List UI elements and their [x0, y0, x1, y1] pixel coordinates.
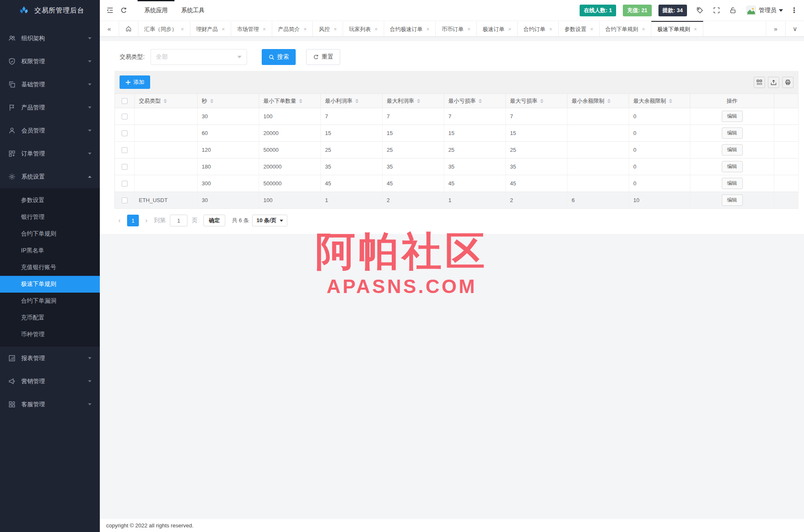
next-page-icon[interactable]: › [141, 217, 151, 224]
tab-close-icon[interactable]: × [549, 26, 552, 32]
collapse-tabs-icon[interactable]: « [100, 21, 119, 36]
tab-close-icon[interactable]: × [333, 26, 337, 32]
row-checkbox[interactable] [122, 181, 127, 187]
edit-button[interactable]: 编辑 [722, 144, 743, 156]
tab[interactable]: 汇率（同步）× [138, 21, 190, 36]
trade-type-select[interactable]: 全部 [151, 49, 247, 65]
column-header[interactable]: 最小余额限制 [567, 94, 629, 108]
unlock-icon[interactable] [729, 7, 736, 14]
sidebar-subitem[interactable]: 合约下单规则 [0, 226, 100, 242]
sidebar-item[interactable]: 系统设置 [0, 165, 100, 188]
goto-confirm-button[interactable]: 确定 [203, 215, 225, 226]
tab-close-icon[interactable]: × [427, 26, 430, 32]
edit-button[interactable]: 编辑 [722, 195, 743, 206]
sidebar-subitem[interactable]: 银行管理 [0, 209, 100, 226]
tab-close-icon[interactable]: × [467, 26, 471, 32]
sidebar-subitem[interactable]: 充值银行账号 [0, 259, 100, 276]
tab[interactable]: 币币订单× [436, 21, 477, 36]
reset-button[interactable]: 重置 [306, 49, 340, 65]
top-menu-item[interactable]: 系统工具 [174, 0, 211, 21]
home-tab-icon[interactable] [119, 21, 138, 36]
sidebar-item[interactable]: 基础管理 [0, 73, 100, 96]
sidebar-item[interactable]: 客服管理 [0, 393, 100, 416]
tab[interactable]: 合约极速订单× [384, 21, 436, 36]
row-checkbox[interactable] [122, 164, 127, 170]
sort-icon[interactable] [417, 99, 420, 103]
sidebar-item[interactable]: 报表管理 [0, 347, 100, 370]
sidebar-subitem[interactable]: 币种管理 [0, 326, 100, 343]
sort-icon[interactable] [210, 99, 213, 103]
sort-icon[interactable] [355, 99, 359, 103]
sidebar-item[interactable]: 产品管理 [0, 96, 100, 119]
edit-button[interactable]: 编辑 [722, 161, 743, 172]
edit-button[interactable]: 编辑 [722, 127, 743, 139]
sidebar-item[interactable]: 会员管理 [0, 119, 100, 142]
column-header[interactable]: 最小利润率 [321, 94, 382, 108]
tab[interactable]: 风控× [313, 21, 343, 36]
tab[interactable]: 极速下单规则× [651, 21, 703, 36]
column-header[interactable]: 最大利润率 [382, 94, 444, 108]
sidebar-subitem[interactable]: 充币配置 [0, 309, 100, 326]
row-checkbox[interactable] [122, 114, 127, 119]
select-all-checkbox[interactable] [122, 98, 127, 104]
tab[interactable]: 市场管理× [231, 21, 272, 36]
add-button[interactable]: 添加 [120, 75, 150, 89]
column-header[interactable]: 最大亏损率 [506, 94, 567, 108]
row-checkbox[interactable] [122, 147, 127, 153]
sidebar-item[interactable]: 订单管理 [0, 142, 100, 165]
tab[interactable]: 参数设置× [559, 21, 600, 36]
tab[interactable]: 极速订单× [477, 21, 518, 36]
sidebar-subitem[interactable]: 参数设置 [0, 192, 100, 209]
sidebar-item[interactable]: 组织架构 [0, 27, 100, 50]
search-button[interactable]: 搜索 [262, 49, 296, 65]
tab-close-icon[interactable]: × [694, 26, 697, 32]
row-checkbox[interactable] [122, 197, 127, 203]
edit-button[interactable]: 编辑 [722, 111, 743, 122]
tag-icon[interactable] [696, 7, 704, 14]
sidebar-subitem[interactable]: 极速下单规则 [0, 276, 100, 293]
fullscreen-icon[interactable] [713, 7, 720, 14]
column-header[interactable]: 最小亏损率 [444, 94, 506, 108]
sidebar-subitem[interactable]: IP黑名单 [0, 242, 100, 259]
tab-close-icon[interactable]: × [590, 26, 593, 32]
tab[interactable]: 产品简介× [272, 21, 313, 36]
sidebar-item[interactable]: 权限管理 [0, 50, 100, 73]
export-icon[interactable] [768, 77, 779, 88]
page-number-button[interactable]: 1 [127, 215, 139, 226]
tab[interactable]: 合约下单规则× [600, 21, 652, 36]
tab-close-icon[interactable]: × [375, 26, 378, 32]
refresh-icon[interactable] [120, 7, 127, 14]
print-icon[interactable] [782, 77, 794, 88]
sort-icon[interactable] [607, 99, 611, 103]
goto-page-input[interactable] [170, 215, 187, 226]
scroll-tabs-right-icon[interactable]: » [766, 21, 785, 36]
sort-icon[interactable] [669, 99, 672, 103]
column-header[interactable]: 交易类型 [135, 94, 198, 108]
tab-close-icon[interactable]: × [181, 26, 184, 32]
column-header[interactable]: 秒 [198, 94, 259, 108]
sort-icon[interactable] [299, 99, 302, 103]
avatar[interactable] [747, 6, 756, 15]
prev-page-icon[interactable]: ‹ [114, 217, 125, 224]
edit-button[interactable]: 编辑 [722, 178, 743, 189]
tab-actions-icon[interactable]: ∨ [785, 21, 804, 36]
column-header[interactable]: 最小下单数量 [259, 94, 321, 108]
tab-close-icon[interactable]: × [263, 26, 266, 32]
menu-fold-icon[interactable] [106, 6, 114, 14]
column-header[interactable]: 最大余额限制 [629, 94, 690, 108]
sort-icon[interactable] [164, 99, 167, 103]
tab[interactable]: 玩家列表× [343, 21, 384, 36]
tab-close-icon[interactable]: × [508, 26, 512, 32]
tab-close-icon[interactable]: × [304, 26, 307, 32]
tab[interactable]: 理财产品× [190, 21, 232, 36]
columns-icon[interactable] [754, 77, 765, 88]
top-menu-item[interactable]: 系统应用 [138, 0, 174, 21]
row-checkbox[interactable] [122, 130, 127, 136]
sidebar-subitem[interactable]: 合约下单漏洞 [0, 293, 100, 309]
tab[interactable]: 合约订单× [518, 21, 559, 36]
tab-close-icon[interactable]: × [222, 26, 225, 32]
sort-icon[interactable] [479, 99, 482, 103]
sidebar-item[interactable]: 营销管理 [0, 370, 100, 393]
tab-close-icon[interactable]: × [642, 26, 645, 32]
page-size-select[interactable]: 10 条/页 [252, 215, 287, 226]
